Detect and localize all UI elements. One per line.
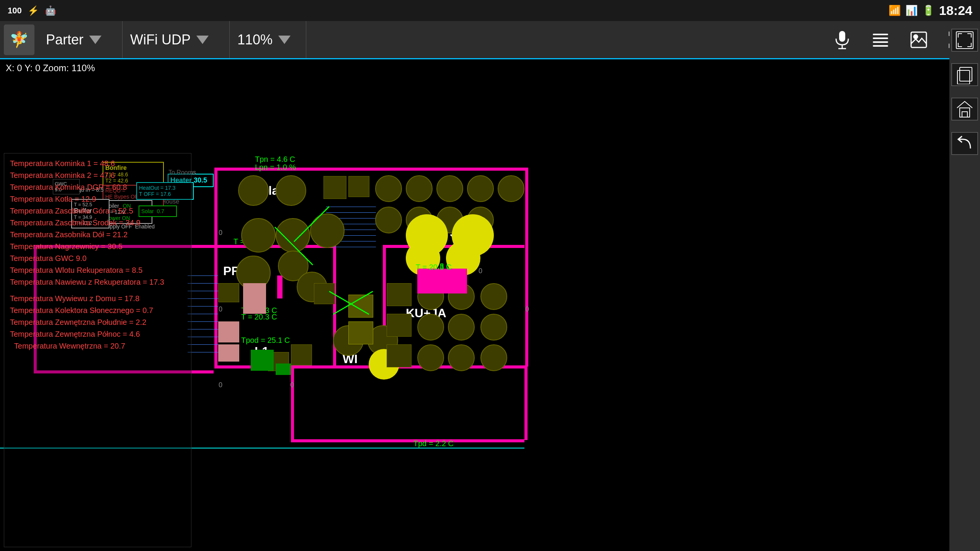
signal-icon: 📊 <box>905 5 918 16</box>
rect-pink-pr <box>243 283 266 314</box>
rect-kuja-1 <box>387 283 412 306</box>
zero-3: 0 <box>219 381 222 389</box>
rect-kuja-2 <box>387 314 412 337</box>
t-sa-right: T = 20.3 C <box>416 263 452 272</box>
android-icon: 🤖 <box>45 5 56 16</box>
temp-line-9: Temperatura GWC 9.0 <box>10 254 185 263</box>
tpd-label: Tpd = 2.2 C <box>413 439 454 448</box>
svg-rect-4 <box>873 37 888 39</box>
temp-line-10: Temperatura Wlotu Rekuperatora = 8.5 <box>10 266 185 275</box>
circle-sa-top-4 <box>467 175 494 202</box>
rect-green-l1 <box>251 350 274 371</box>
zero-6: 0 <box>525 305 529 313</box>
temp-line-13: Temperatura Kolektora Słonecznego = 0.7 <box>10 306 185 315</box>
zoom-section[interactable]: 110% <box>230 21 306 58</box>
temp-line-15: Temperatura Zewnętrzna Północ = 4.6 <box>10 330 185 339</box>
circle-kuja-4 <box>417 314 444 341</box>
circle-ela-3 <box>241 218 276 253</box>
fit-screen-button[interactable] <box>951 29 978 52</box>
tpod-label: Tpod = 25.1 C <box>241 336 290 345</box>
floor-plan[interactable]: Ela PR SA KU+JA WI Ł1 Tpn = 4.6 C Lpn = … <box>0 77 949 551</box>
temp-line-8: Temperatura Nagrzewnicy = 30.5 <box>10 242 185 251</box>
circle-ela-1 <box>238 175 269 206</box>
temp-line-14: Temperatura Zewnętrzna Południe = 2.2 <box>10 318 185 327</box>
svg-rect-10 <box>957 70 970 84</box>
rect-wi-3 <box>291 344 312 365</box>
svg-rect-7 <box>911 32 926 47</box>
circle-sa-top-3 <box>436 175 463 202</box>
temp-line-1: Temperatura Kominka 1 = 48.6 <box>10 159 185 168</box>
temp-line-7: Temperatura Zasobnika Dół = 21.2 <box>10 230 185 239</box>
image-button[interactable] <box>903 24 934 55</box>
status-right: 📶 📊 🔋 18:24 <box>889 3 972 18</box>
svg-rect-13 <box>962 112 967 117</box>
circle-kuja-8 <box>448 344 475 371</box>
copy-button[interactable] <box>951 63 978 86</box>
tpn-label: Tpn = 4.6 C <box>255 155 295 164</box>
circle-sa-top-5 <box>498 175 524 202</box>
rect-kuja-3 <box>387 344 412 367</box>
connection-label: WiFi UDP <box>130 32 191 48</box>
svg-rect-3 <box>873 34 888 35</box>
connection-arrow <box>196 36 209 44</box>
lpn-label: Lpn = 1.0 % <box>255 163 296 172</box>
temp-line-16: Temperatura Wewnętrzna = 20.7 <box>10 342 185 350</box>
circle-kuja-3 <box>480 283 507 310</box>
coord-bar: X: 0 Y: 0 Zoom: 110% <box>0 59 980 77</box>
staircase-left <box>188 276 218 360</box>
temp-list-content: Temperatura Kominka 1 = 48.6 Temperatura… <box>4 153 191 359</box>
rect-green-l1-2 <box>276 364 291 375</box>
temp-line-3: Temperatura Kominka DGP = 60.8 <box>10 183 185 192</box>
status-bar: 100 ⚡ 🤖 📶 📊 🔋 18:24 <box>0 0 980 21</box>
circle-ela-5 <box>310 214 345 248</box>
temp-line-4: Temperatura Kotła = 12.9 <box>10 195 185 204</box>
rect-magenta-sa <box>417 269 467 293</box>
circle-kuja-5 <box>448 314 475 341</box>
wall-mid-v <box>291 365 294 440</box>
zero-4: 0 <box>290 381 294 389</box>
usb-icon: ⚡ <box>28 5 39 16</box>
circle-sa-top-1 <box>375 175 402 202</box>
circle-ela-2 <box>276 175 306 206</box>
rect-pr-1 <box>218 283 239 302</box>
rect-pink-pr3 <box>218 344 239 362</box>
rect-pink-pr2 <box>218 321 239 342</box>
zero-2: 0 <box>219 305 222 313</box>
battery-text: 100 <box>8 6 22 16</box>
coord-text: X: 0 Y: 0 Zoom: 110% <box>6 63 95 73</box>
microphone-button[interactable] <box>827 24 858 55</box>
svg-rect-11 <box>960 67 972 81</box>
list-button[interactable] <box>865 24 896 55</box>
circle-sa-2-1 <box>375 207 402 233</box>
rect-ela-1 <box>323 176 346 199</box>
temp-line-6: Temperatura Zasobnika Środek = 34.9 <box>10 218 185 227</box>
rect-ela-2 <box>348 176 369 197</box>
right-sidebar <box>949 21 980 551</box>
temp-line-2: Temperatura Kominka 2 = 47.6 <box>10 171 185 180</box>
wall-right-lower <box>524 365 528 440</box>
wall-right-upper <box>525 168 528 367</box>
zoom-label: 110% <box>237 32 273 48</box>
circle-kuja-6 <box>480 314 507 341</box>
circle-kuja-9 <box>480 344 507 371</box>
wall-pr-top <box>214 245 333 248</box>
circle-sa-top-2 <box>406 175 433 202</box>
clock: 18:24 <box>939 3 972 18</box>
temp-line-11: Temperatura Nawiewu z Rekuperatora = 17.… <box>10 278 185 287</box>
temp-line-12: Temperatura Wywiewu z Domu = 17.8 <box>10 294 185 303</box>
location-section[interactable]: Parter <box>38 21 122 58</box>
wall-pink-connector <box>277 276 283 298</box>
svg-point-8 <box>914 35 918 39</box>
home-button[interactable] <box>951 98 978 121</box>
svg-rect-6 <box>873 45 888 47</box>
back-button[interactable] <box>951 132 978 155</box>
svg-rect-5 <box>873 41 888 43</box>
zero-5: 0 <box>479 267 482 275</box>
connection-section[interactable]: WiFi UDP <box>122 21 230 58</box>
svg-rect-0 <box>839 31 845 42</box>
app-logo[interactable]: 🧚 <box>4 24 34 55</box>
circle-ela-4 <box>276 218 310 253</box>
toolbar: 🧚 Parter WiFi UDP 110% <box>0 21 980 59</box>
charging-icon: 🔋 <box>922 5 934 16</box>
t203b-label: T = 20.3 C <box>241 313 277 321</box>
